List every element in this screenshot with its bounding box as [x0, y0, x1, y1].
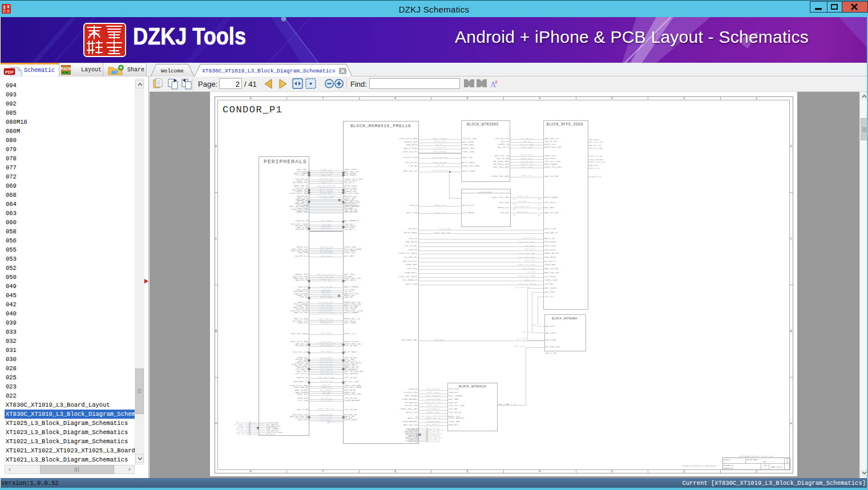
svg-text:MIC_DETECT: MIC_DETECT	[426, 423, 441, 426]
svg-text:CTP_RST_N: CTP_RST_N	[296, 372, 309, 375]
svg-text:ANT: ANT	[538, 214, 541, 216]
svg-text:CAM_PWR_EN: CAM_PWR_EN	[294, 386, 309, 388]
svg-text:GSM1_MODE: GSM1_MODE	[544, 196, 558, 199]
svg-text:BRI_VOL_UP: BRI_VOL_UP	[544, 272, 559, 274]
svg-text:ANT_DET: ANT_DET	[344, 255, 354, 257]
svg-text:CAM_D_PWDN: CAM_D_PWDN	[403, 147, 418, 149]
svg-text:I2C_SCL_CAM: I2C_SCL_CAM	[544, 160, 560, 163]
svg-text:RF_COAX_DET: RF_COAX_DET	[546, 346, 561, 348]
svg-text:ANT: ANT	[538, 198, 541, 200]
svg-text:BLSP6_DAT: BLSP6_DAT	[434, 140, 446, 143]
svg-text:MOTO_INT: MOTO_INT	[297, 393, 309, 395]
svg-text:PCM_SYNC: PCM_SYNC	[409, 440, 418, 443]
svg-text:5: 5	[467, 470, 469, 473]
svg-text:WTR2_PRX_MB2: WTR2_PRX_MB2	[519, 252, 535, 254]
svg-text:REV_PWREN: REV_PWREN	[405, 395, 418, 397]
svg-text:CLK_RTCA: CLK_RTCA	[544, 276, 556, 278]
svg-text:LCD_ID: LCD_ID	[500, 140, 510, 143]
svg-text:ANT: ANT	[532, 324, 537, 326]
svg-text:PA_VREG8_E: PA_VREG8_E	[344, 220, 359, 222]
svg-text:MDM_GPIO: MDM_GPIO	[406, 144, 418, 146]
svg-text:STAR_BRIGHT: STAR_BRIGHT	[318, 399, 334, 401]
svg-text:SD_I2C_SDA: SD_I2C_SDA	[589, 147, 603, 149]
svg-text:USB_DM: USB_DM	[409, 249, 418, 251]
svg-text:CDC_MCLK: CDC_MCLK	[544, 157, 556, 160]
svg-text:SYSCLK_WCN: SYSCLK_WCN	[426, 398, 441, 400]
svg-text:DESIGN MODEL:: DESIGN MODEL:	[746, 459, 758, 461]
svg-text:STAR_BRIGHT: STAR_BRIGHT	[402, 420, 418, 423]
svg-text:TXP_UP_B2: TXP_UP_B2	[405, 161, 418, 164]
svg-text:TXP_UP_B1: TXP_UP_B1	[449, 411, 462, 414]
svg-text:BRI_VOL_UP: BRI_VOL_UP	[403, 170, 418, 172]
svg-text:ANT_SWIB: ANT_SWIB	[344, 322, 356, 324]
svg-text:1: 1	[756, 97, 757, 100]
svg-text:WCI_DATA: WCI_DATA	[321, 332, 332, 334]
svg-text:BLOCK_ANTENNA: BLOCK_ANTENNA	[552, 317, 578, 321]
svg-text:TXP_UP_B8: TXP_UP_B8	[320, 286, 333, 288]
svg-text:MDM_GPIO: MDM_GPIO	[589, 139, 600, 141]
svg-text:LCD_ID: LCD_ID	[409, 237, 418, 240]
svg-text:FM_ANT: FM_ANT	[500, 212, 510, 214]
svg-text:PCM_SYNC: PCM_SYNC	[544, 245, 556, 247]
svg-text:NOTIF_LED: NOTIF_LED	[520, 163, 533, 165]
svg-text:ANT_I_50: ANT_I_50	[406, 212, 418, 214]
svg-text:7: 7	[322, 470, 324, 473]
svg-text:2: 2	[684, 97, 685, 100]
svg-text:TXP_UP_B2: TXP_UP_B2	[520, 160, 533, 163]
svg-text:WTR2_TX1: WTR2_TX1	[517, 195, 528, 197]
svg-text:B: B	[215, 330, 217, 333]
svg-text:TXP_B0: TXP_B0	[544, 283, 554, 285]
svg-text:NUM_RESOUT: NUM_RESOUT	[320, 345, 334, 347]
svg-text:RF_COAX_DET: RF_COAX_DET	[402, 339, 418, 341]
svg-text:HUB_RST: HUB_RST	[589, 164, 599, 167]
svg-text:TXMC_CTL1_GND: TXMC_CTL1_GND	[399, 137, 418, 140]
svg-text:PRI_MIC_BIAS: PRI_MIC_BIAS	[318, 376, 334, 379]
svg-text:TXP_UP_B8: TXP_UP_B8	[438, 228, 451, 230]
svg-text:USB_DM: USB_DM	[344, 296, 353, 298]
svg-text:BLOCK_MSM8X10_PM8110: BLOCK_MSM8X10_PM8110	[350, 123, 411, 128]
svg-text:WTR2_TX1: WTR2_TX1	[344, 333, 356, 335]
svg-text:MDM BX9000A IFE 2D9-LT X5 WTY: MDM BX9000A IFE 2D9-LT X5 WTYT 2910	[740, 456, 773, 457]
svg-text:ANT_SEL2: ANT_SEL2	[544, 291, 556, 293]
svg-text:ANT_SW_CTL: ANT_SW_CTL	[403, 151, 418, 153]
svg-text:KEYPD_BL: KEYPD_BL	[297, 376, 309, 379]
svg-text:TXMC_CTL_OUT8: TXMC_CTL_OUT8	[398, 252, 417, 254]
svg-text:LIM_AK_CLK: LIM_AK_CLK	[495, 137, 510, 140]
svg-text:PTT_LED: PTT_LED	[298, 399, 309, 402]
svg-text:ANT_DET: ANT_DET	[546, 325, 555, 327]
svg-text:ANT_I_50: ANT_I_50	[546, 352, 557, 354]
svg-text:SD_I2C_SDA: SD_I2C_SDA	[462, 137, 477, 140]
svg-text:GPIO_CLK: GPIO_CLK	[434, 204, 446, 206]
svg-text:SLT_DET_N: SLT_DET_N	[296, 174, 309, 176]
svg-text:MDM_GPIO: MDM_GPIO	[524, 248, 536, 250]
svg-text:TXMC_CTL_OUT8: TXMC_CTL_OUT8	[518, 283, 536, 285]
svg-text:BLOCK_WCN3620: BLOCK_WCN3620	[459, 384, 486, 388]
svg-text:GSM1_MODE: GSM1_MODE	[462, 170, 475, 172]
svg-text:PAGE 2 OF 41: PAGE 2 OF 41	[771, 467, 782, 468]
svg-text:STAR_MCTL: STAR_MCTL	[404, 272, 417, 274]
svg-text:TXMC_CTL_OUT8: TXMC_CTL_OUT8	[518, 241, 536, 243]
svg-text:BATTERY_LO: BATTERY_LO	[294, 380, 309, 383]
svg-text:B: B	[790, 330, 792, 333]
svg-text:SPKR_DRV: SPKR_DRV	[449, 420, 461, 423]
svg-text:BOOST_BYP: BOOST_BYP	[462, 147, 475, 149]
svg-text:PYR2_SCL: PYR2_SCL	[344, 252, 356, 254]
svg-text:WTR2_PRX_LB1: WTR2_PRX_LB1	[425, 401, 442, 403]
svg-text:3: 3	[611, 470, 613, 473]
svg-text:BLSP_MACT: BLSP_MACT	[462, 161, 475, 164]
svg-text:BATT_THERM: BATT_THERM	[344, 286, 359, 288]
svg-text:SYSCLK_WCN: SYSCLK_WCN	[403, 391, 418, 394]
svg-text:GPIO_CLK: GPIO_CLK	[498, 206, 510, 209]
svg-text:MIC_DETECT: MIC_DETECT	[344, 372, 359, 375]
svg-text:ANT: ANT	[538, 208, 541, 210]
svg-text:WAN_SW_SEL: WAN_SW_SEL	[544, 268, 559, 270]
svg-text:LIM_AK_INT: LIM_AK_INT	[433, 147, 447, 149]
svg-text:RF_COAX: RF_COAX	[435, 339, 445, 341]
svg-text:WAN_SW_SEL: WAN_SW_SEL	[544, 212, 559, 214]
svg-text:TXP_UP_B3: TXP_UP_B3	[344, 408, 357, 411]
svg-text:BRI_VOL_UP: BRI_VOL_UP	[403, 424, 418, 426]
svg-text:FM_ANT: FM_ANT	[409, 228, 418, 230]
svg-text:WAN_SW_SEL: WAN_SW_SEL	[544, 175, 559, 177]
svg-text:EXT_GPS_GSM: EXT_GPS_GSM	[515, 286, 531, 289]
svg-text:ANT_SWIB: ANT_SWIB	[544, 287, 556, 289]
